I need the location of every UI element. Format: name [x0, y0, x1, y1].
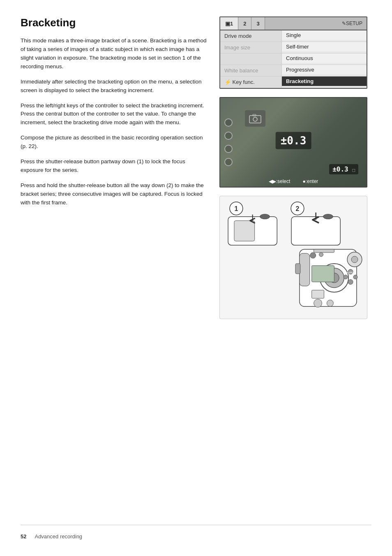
- svg-point-20: [351, 256, 358, 263]
- paragraph-5: Press the shutter-release button partway…: [21, 158, 207, 175]
- bracket-icon-small: ⬚: [352, 167, 355, 173]
- paragraph-2: Immediately after selecting the bracketi…: [21, 78, 207, 95]
- tab-2[interactable]: 2: [238, 17, 251, 30]
- menu-values-continuous: Continuous: [282, 53, 367, 65]
- nav-left: [224, 118, 233, 166]
- menu-row-imagesize: Image size Self-timer: [220, 42, 367, 53]
- menu-values-imagesize: Self-timer: [282, 42, 367, 53]
- menu-value-continuous: Continuous: [282, 53, 367, 63]
- page-footer: 52 Advanced recording: [21, 525, 371, 540]
- svg-rect-24: [295, 264, 300, 274]
- paragraph-6: Press and hold the shutter-release butto…: [21, 181, 207, 207]
- tab-3[interactable]: 3: [251, 17, 265, 30]
- tab-3-label: 3: [256, 21, 259, 27]
- menu-tabs: ▣1 2 3 ✎SETUP: [220, 17, 367, 30]
- menu-value-selftimer: Self-timer: [282, 42, 367, 51]
- svg-rect-10: [291, 217, 340, 246]
- svg-text:AUTO: AUTO: [347, 271, 354, 274]
- paragraph-4: Compose the picture as described in the …: [21, 134, 207, 151]
- menu-value-single: Single: [282, 30, 367, 40]
- footer-page-number: 52: [21, 533, 26, 540]
- nav-circle-3: [224, 145, 233, 153]
- camera-overlay-icon: [245, 110, 265, 127]
- tab-1-label: ▣1: [225, 21, 233, 27]
- nav-circle-2: [224, 132, 233, 140]
- svg-point-1: [253, 117, 257, 121]
- svg-rect-30: [312, 266, 334, 282]
- menu-label-continuous: [220, 53, 282, 65]
- page-title: Bracketing: [21, 16, 207, 29]
- menu-rows: Drive mode Single Image size: [220, 30, 367, 88]
- svg-rect-9: [234, 221, 255, 241]
- footer-section-label: Advanced recording: [35, 533, 82, 540]
- bracketing-main-value: ±0.3: [276, 132, 311, 149]
- left-column: Bracketing This mode makes a three-image…: [21, 16, 207, 319]
- bracketing-hint-bar: ◀▶:select ●:enter: [220, 178, 367, 184]
- menu-value-bracketing: Bracketing: [282, 76, 367, 86]
- svg-rect-21: [312, 290, 324, 298]
- menu-label-drive: Drive mode: [220, 30, 282, 42]
- page-container: Bracketing This mode makes a three-image…: [0, 0, 392, 556]
- menu-value-progressive: Progressive: [282, 65, 367, 74]
- svg-point-17: [310, 253, 316, 258]
- menu-row-keyfunc: ⚡ Key func. Bracketing: [220, 76, 367, 88]
- content-area: Bracketing This mode makes a three-image…: [21, 16, 371, 319]
- camera-diagram-svg: 1 2: [220, 196, 367, 319]
- tab-setup-label: ✎SETUP: [342, 21, 362, 26]
- camera-menu: ▣1 2 3 ✎SETUP Driv: [219, 16, 367, 89]
- tab-setup[interactable]: ✎SETUP: [338, 19, 367, 28]
- tab-2-label: 2: [243, 21, 246, 27]
- menu-row-drive: Drive mode Single: [220, 30, 367, 42]
- svg-point-28: [344, 275, 348, 279]
- svg-point-18: [319, 253, 323, 257]
- svg-point-8: [260, 214, 270, 219]
- menu-values-drive: Single: [282, 30, 367, 42]
- svg-text:2: 2: [296, 205, 300, 212]
- svg-point-29: [348, 280, 353, 285]
- menu-row-continuous: Continuous: [220, 53, 367, 65]
- menu-label-imagesize: Image size: [220, 42, 282, 53]
- svg-rect-25: [314, 249, 334, 253]
- paragraph-1: This mode makes a three-image bracket of…: [21, 37, 207, 71]
- tab-1[interactable]: ▣1: [220, 17, 238, 30]
- bracketing-small-value: ±0.3 ⬚: [329, 164, 358, 174]
- svg-text:1: 1: [235, 205, 238, 212]
- bracketing-screen: ±0.3 ±0.3 ⬚ ◀▶:select ●:enter: [219, 97, 367, 188]
- svg-point-27: [353, 275, 357, 279]
- menu-values-wb: Progressive: [282, 65, 367, 76]
- svg-rect-0: [249, 116, 261, 123]
- camera-diagram: 1 2: [219, 196, 367, 319]
- svg-rect-13: [300, 253, 310, 286]
- hint-select: ◀▶:select: [269, 178, 291, 184]
- menu-label-wb: White balance: [220, 65, 282, 76]
- svg-point-11: [323, 214, 333, 219]
- paragraph-3: Press the left/right keys of the control…: [21, 102, 207, 127]
- menu-label-keyfunc: ⚡ Key func.: [220, 76, 282, 88]
- svg-point-23: [327, 300, 333, 306]
- nav-circle-1: [224, 118, 233, 127]
- nav-circle-4: [224, 158, 233, 166]
- menu-values-keyfunc: Bracketing: [282, 76, 367, 88]
- hint-enter: ●:enter: [302, 178, 318, 184]
- menu-row-wb: White balance Progressive: [220, 65, 367, 76]
- right-column: ▣1 2 3 ✎SETUP Driv: [219, 16, 371, 319]
- svg-point-22: [314, 299, 322, 307]
